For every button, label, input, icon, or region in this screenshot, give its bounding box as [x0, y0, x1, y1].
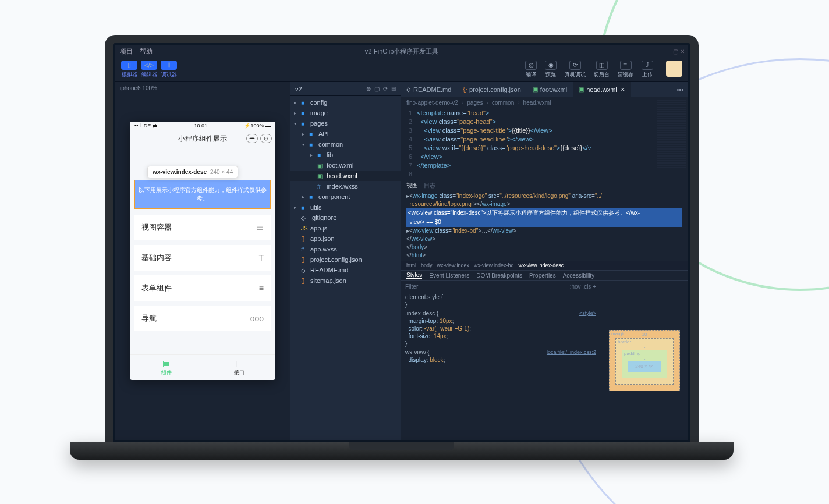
list-item[interactable]: 表单组件≡: [134, 275, 271, 301]
tree-item-common[interactable]: ▾■common: [290, 139, 401, 150]
new-file-icon[interactable]: ⊕: [366, 86, 371, 92]
devtools-tabs: 视图 日志: [401, 180, 688, 191]
devtools-tab-log[interactable]: 日志: [424, 182, 435, 190]
upload-button[interactable]: ⤴上传: [642, 61, 653, 79]
new-folder-icon[interactable]: ▢: [374, 86, 380, 92]
phone-navbar: 小程序组件展示 ••• ⊙: [130, 130, 275, 147]
devtools: 视图 日志 ▸<wx-image class="index-logo" src=…: [401, 180, 688, 440]
remote-icon: ⟳: [569, 61, 581, 70]
menu-help[interactable]: 帮助: [140, 47, 153, 56]
tab-components[interactable]: ▤组件: [130, 355, 203, 380]
phone-nav-title: 小程序组件展示: [178, 134, 227, 144]
filter-toggles[interactable]: :hov .cls +: [570, 283, 596, 290]
camera-dot: [400, 37, 403, 41]
editor-tabs: ◇README.md {}project.config.json ▣foot.w…: [401, 82, 688, 97]
tree-item-lib[interactable]: ▸■lib: [290, 150, 401, 160]
list-item[interactable]: 基础内容T: [134, 245, 271, 271]
bg-icon: ◫: [596, 61, 608, 70]
devtools-tab-view[interactable]: 视图: [406, 182, 418, 190]
devtools-subtabs: Styles Event Listeners DOM Breakpoints P…: [401, 270, 688, 281]
subtab-listeners[interactable]: Event Listeners: [429, 272, 469, 279]
tree-item-sitemap-json[interactable]: {}sitemap.json: [290, 275, 401, 286]
tab-project-config[interactable]: {}project.config.json: [457, 82, 526, 97]
tree-item-README-md[interactable]: ◇README.md: [290, 265, 401, 275]
inspected-element[interactable]: 以下用展示小程序官方组件能力，组件样式仅供参考。: [134, 180, 271, 209]
simulator-device-label[interactable]: iphone6 100%: [115, 82, 290, 94]
subtab-dom-bp[interactable]: DOM Breakpoints: [476, 272, 522, 279]
minimap[interactable]: [657, 100, 686, 169]
component-list: 视图容器▭ 基础内容T 表单组件≡ 导航ooo: [134, 215, 271, 331]
window-controls[interactable]: — ▢ ✕: [665, 48, 685, 55]
grid-icon: ▤: [162, 359, 170, 368]
file-tree: ▸■config▸■image▾■pages▸■API▾■common▸■lib…: [290, 96, 401, 287]
project-root[interactable]: v2: [295, 86, 302, 93]
menu-project[interactable]: 项目: [120, 47, 133, 56]
subtab-a11y[interactable]: Accessibility: [563, 272, 594, 279]
compile-icon: ◎: [525, 61, 537, 70]
code-icon: </>: [141, 61, 157, 70]
tab-foot-wxml[interactable]: ▣foot.wxml: [527, 82, 573, 97]
phone-statusbar: ••ıl IDE ⇌ 10:01 ⚡100% ▬: [130, 122, 275, 130]
box-model: margin10 border- padding- 240 × 44: [601, 281, 688, 440]
cache-icon: ≡: [620, 61, 632, 70]
close-icon[interactable]: ⊙: [260, 134, 272, 143]
tree-item--gitignore[interactable]: ◇.gitignore: [290, 212, 401, 223]
avatar[interactable]: [666, 61, 682, 77]
upload-icon: ⤴: [642, 61, 653, 70]
tree-item-head-wxml[interactable]: ▣head.wxml: [290, 171, 401, 181]
phone-icon: ▯: [121, 61, 137, 70]
refresh-icon[interactable]: ⟳: [383, 86, 388, 92]
tree-item-app-wxss[interactable]: #app.wxss: [290, 244, 401, 254]
styles-pane[interactable]: Filter:hov .cls + element.style {} <styl…: [401, 281, 601, 440]
compile-button[interactable]: ◎编译: [525, 61, 537, 79]
background-button[interactable]: ◫切后台: [594, 61, 610, 79]
tree-item-project-config-json[interactable]: {}project.config.json: [290, 254, 401, 265]
tab-head-wxml[interactable]: ▣head.wxml✕: [573, 82, 631, 97]
phone-tabbar: ▤组件 ◫接口: [130, 354, 275, 380]
dom-inspector[interactable]: ▸<wx-image class="index-logo" src="../re…: [401, 191, 688, 261]
tree-item-app-js[interactable]: JSapp.js: [290, 223, 401, 233]
preview-icon: ◉: [545, 61, 557, 70]
inspect-tooltip: wx-view.index-desc240 × 44: [147, 166, 238, 178]
collapse-icon[interactable]: ⊟: [391, 86, 396, 92]
subtab-styles[interactable]: Styles: [406, 272, 422, 279]
toolbar-left: ▯模拟器 </>编辑器 ⫴调试器: [121, 61, 177, 79]
more-icon[interactable]: •••: [246, 134, 258, 143]
tree-item-utils[interactable]: ▸■utils: [290, 202, 401, 212]
preview-button[interactable]: ◉预览: [545, 61, 557, 79]
tree-item-component[interactable]: ▸■component: [290, 191, 401, 202]
code-editor[interactable]: 12345678 <template name="head"> <view cl…: [401, 108, 688, 180]
tree-item-API[interactable]: ▸■API: [290, 129, 401, 139]
filter-input[interactable]: Filter: [405, 283, 418, 290]
toolbar-right: ◎编译 ◉预览 ⟳真机调试 ◫切后台 ≡清缓存 ⤴上传: [525, 61, 682, 79]
tree-item-app-json[interactable]: {}app.json: [290, 233, 401, 244]
list-item[interactable]: 导航ooo: [134, 306, 271, 331]
tab-readme[interactable]: ◇README.md: [401, 82, 457, 97]
breadcrumb: fino-applet-demo-v2› pages› common› head…: [401, 97, 688, 108]
tree-item-pages[interactable]: ▾■pages: [290, 118, 401, 129]
tree-item-index-wxss[interactable]: #index.wxss: [290, 181, 401, 191]
menubar: 项目 帮助 v2-FinClip小程序开发工具 — ▢ ✕: [115, 45, 688, 57]
dom-breadcrumb: html body wx-view.index wx-view.index-hd…: [401, 261, 688, 270]
clear-cache-button[interactable]: ≡清缓存: [618, 61, 633, 79]
toggle-debugger-button[interactable]: ⫴调试器: [161, 61, 177, 79]
more-tabs-icon[interactable]: •••: [672, 86, 688, 93]
container-icon: ▭: [256, 223, 264, 232]
subtab-props[interactable]: Properties: [529, 272, 556, 279]
tree-item-image[interactable]: ▸■image: [290, 108, 401, 118]
debug-icon: ⫴: [161, 61, 177, 70]
form-icon: ≡: [259, 283, 264, 293]
close-tab-icon[interactable]: ✕: [621, 87, 625, 93]
tab-api[interactable]: ◫接口: [203, 355, 275, 380]
toggle-simulator-button[interactable]: ▯模拟器: [121, 61, 137, 79]
tree-item-foot-wxml[interactable]: ▣foot.wxml: [290, 160, 401, 171]
window-title: v2-FinClip小程序开发工具: [365, 47, 439, 56]
nav-icon: ooo: [250, 314, 264, 323]
tree-item-config[interactable]: ▸■config: [290, 97, 401, 108]
list-item[interactable]: 视图容器▭: [134, 215, 271, 240]
file-explorer: v2 ⊕▢⟳⊟ ▸■config▸■image▾■pages▸■API▾■com…: [290, 82, 401, 440]
text-icon: T: [258, 253, 264, 262]
remote-debug-button[interactable]: ⟳真机调试: [565, 61, 586, 79]
toolbar: ▯模拟器 </>编辑器 ⫴调试器 ◎编译 ◉预览 ⟳真机调试 ◫切后台 ≡清缓存…: [115, 57, 688, 81]
toggle-editor-button[interactable]: </>编辑器: [141, 61, 157, 79]
